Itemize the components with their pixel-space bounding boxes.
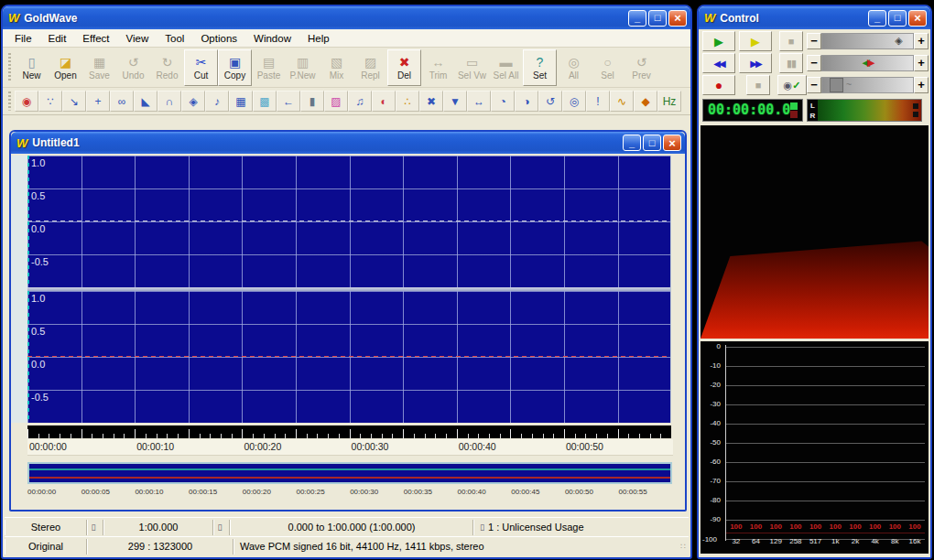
speed-slider[interactable]: ~ — [821, 77, 914, 93]
toolbar-button[interactable]: ▦ Save — [82, 49, 116, 86]
toolbar-button[interactable]: ▨ Repl — [353, 49, 387, 86]
toolbar-button[interactable]: ↻ Redo — [150, 49, 184, 86]
volume-slider[interactable]: ◈ — [821, 33, 914, 49]
effect-icon[interactable]: Hz — [657, 91, 681, 112]
effect-icon[interactable]: ↔ — [467, 91, 491, 112]
speed-plus-button[interactable]: + — [914, 77, 929, 93]
effect-icon[interactable]: ← — [277, 91, 300, 112]
volume-thumb-icon[interactable]: ◈ — [895, 35, 902, 47]
stop-button-top[interactable]: ■ — [779, 31, 803, 51]
toolbar-button[interactable]: ◪ Open — [49, 49, 82, 86]
effect-icon[interactable]: ◉ — [15, 91, 38, 112]
effect-icon[interactable]: ◆ — [634, 91, 657, 112]
main-titlebar[interactable]: W GoldWave _ □ × — [3, 6, 690, 29]
effect-icon[interactable]: ∩ — [157, 91, 181, 112]
effect-icon[interactable]: ▨ — [324, 91, 348, 112]
toolbar-button[interactable]: ↔ Trim — [421, 49, 455, 86]
effect-icon[interactable]: ◣ — [134, 91, 157, 112]
minimize-button[interactable]: _ — [628, 10, 646, 27]
toolbar-button[interactable]: ▧ Mix — [320, 49, 353, 86]
volume-minus-button[interactable]: − — [807, 33, 821, 49]
toolbar-button[interactable]: ○ Sel — [591, 49, 624, 86]
effect-icon[interactable]: ▼ — [443, 91, 467, 112]
play-selection-button[interactable]: ▶ — [739, 31, 772, 51]
toolbar-button[interactable]: ↺ Prev — [624, 49, 658, 86]
record-button[interactable]: ● — [702, 75, 735, 95]
effect-icon[interactable]: ◑ — [515, 91, 538, 112]
effect-icon[interactable]: ✖ — [419, 91, 443, 112]
toolbar-button[interactable]: ? Set — [523, 49, 557, 86]
effect-icon[interactable]: ↘ — [62, 91, 86, 112]
stop-button-bottom[interactable]: ■ — [746, 75, 770, 95]
effect-icon[interactable]: ! — [586, 91, 610, 112]
menu-item[interactable]: File — [6, 31, 40, 46]
overview-time-label: 00:00:05 — [81, 488, 136, 501]
play-button[interactable]: ▶ — [702, 31, 735, 51]
volume-plus-button[interactable]: + — [914, 33, 929, 49]
fast-forward-button[interactable]: ▶▶ — [739, 53, 772, 73]
minimize-button[interactable]: _ — [868, 10, 886, 27]
toolbar-button[interactable]: ▤ Paste — [252, 49, 286, 86]
toolbar-button[interactable]: ▥ P.New — [286, 49, 320, 86]
effect-icon[interactable]: ◎ — [562, 91, 586, 112]
control-titlebar[interactable]: W Control _ □ × — [699, 6, 930, 29]
close-button[interactable]: × — [663, 135, 681, 151]
effect-icon[interactable]: ◈ — [181, 91, 205, 112]
effect-icon[interactable]: ▦ — [229, 91, 253, 112]
effect-icon[interactable]: ◔ — [491, 91, 515, 112]
toolbar-button[interactable]: ▯ New — [15, 49, 49, 86]
visual-display[interactable] — [700, 125, 929, 339]
balance-plus-button[interactable]: + — [914, 55, 929, 71]
effect-icon[interactable]: + — [86, 91, 110, 112]
resize-grip[interactable]: ∷ — [680, 542, 687, 551]
menu-item[interactable]: Tool — [157, 31, 192, 46]
toolbar-button[interactable]: ◎ All — [557, 49, 591, 86]
record-mode-button[interactable]: ◉✓ — [777, 75, 807, 95]
overview-bar[interactable] — [27, 462, 672, 484]
effect-icon[interactable]: ∴ — [396, 91, 419, 112]
menu-item[interactable]: Effect — [74, 31, 117, 46]
pause-button[interactable]: ▮▮ — [779, 53, 803, 73]
sound-window-titlebar[interactable]: W Untitled1 _ □ × — [11, 132, 685, 154]
time-label: 00:00:40 — [457, 439, 564, 455]
menu-item[interactable]: Edit — [40, 31, 75, 46]
speed-thumb[interactable] — [830, 78, 843, 92]
effect-icon[interactable]: ∞ — [110, 91, 134, 112]
spectrum-analyzer[interactable]: 0-10-20-30-40-50-60-70-80-90 10010010010… — [700, 341, 929, 554]
menu-item[interactable]: Options — [192, 31, 245, 46]
toolbar-button[interactable]: ✖ Del — [387, 49, 421, 86]
menu-item[interactable]: Window — [245, 31, 299, 46]
effect-icon[interactable]: ∵ — [38, 91, 62, 112]
maximize-button[interactable]: □ — [648, 10, 667, 27]
db-label-bottom: -100 — [702, 535, 717, 544]
effect-icon[interactable]: ▩ — [253, 91, 277, 112]
effect-icon[interactable]: ↺ — [538, 91, 562, 112]
toolbar-grip[interactable] — [6, 92, 13, 110]
effect-icon[interactable]: ∿ — [610, 91, 634, 112]
maximize-button[interactable]: □ — [888, 10, 907, 27]
close-button[interactable]: × — [908, 10, 927, 27]
effect-icon[interactable]: ♫ — [348, 91, 372, 112]
maximize-button[interactable]: □ — [643, 135, 661, 151]
effect-icon[interactable]: ◐ — [372, 91, 396, 112]
toolbar-button[interactable]: ▭ Sel Vw — [455, 49, 489, 86]
menu-item[interactable]: Help — [299, 31, 338, 46]
rewind-button[interactable]: ◀◀ — [702, 53, 735, 73]
close-button[interactable]: × — [668, 10, 687, 27]
waveform-channel-right[interactable]: 1.00.50.0-0.5 — [27, 291, 670, 423]
toolbar-button[interactable]: ✂ Cut — [184, 49, 218, 86]
effect-icon[interactable]: ♪ — [205, 91, 229, 112]
balance-thumb-icon[interactable]: ◀▶ — [863, 57, 873, 69]
waveform-channel-left[interactable]: 1.00.50.0-0.5 — [27, 156, 670, 287]
balance-slider[interactable]: ◀▶ — [821, 55, 914, 71]
toolbar-button[interactable]: ↺ Undo — [116, 49, 150, 86]
speed-minus-button[interactable]: − — [807, 77, 821, 93]
toolbar-button[interactable]: ▬ Sel All — [489, 49, 523, 86]
toolbar-grip[interactable] — [6, 53, 13, 81]
effect-icon[interactable]: ▮ — [300, 91, 324, 112]
balance-minus-button[interactable]: − — [807, 55, 821, 71]
minimize-button[interactable]: _ — [623, 135, 641, 151]
waveform-display[interactable]: 1.00.50.0-0.5 1.00.50.0-0.5 — [27, 156, 671, 423]
menu-item[interactable]: View — [118, 31, 157, 46]
toolbar-button[interactable]: ▣ Copy — [218, 49, 252, 86]
